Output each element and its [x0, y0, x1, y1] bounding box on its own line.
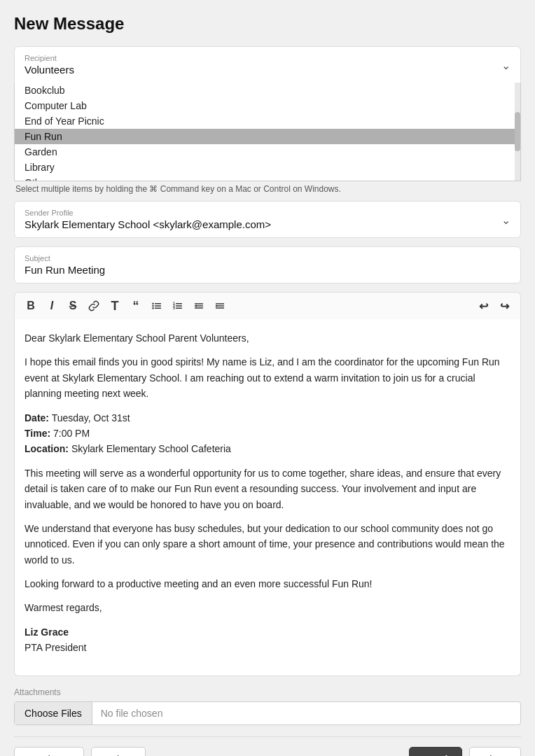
svg-point-3	[152, 303, 153, 304]
list-item[interactable]: Bookclub	[15, 83, 520, 98]
para4: Looking forward to a productive meeting …	[25, 576, 510, 592]
svg-rect-2	[155, 308, 161, 309]
list-item[interactable]: Library	[15, 160, 520, 175]
close-button[interactable]: Close	[469, 747, 521, 756]
greeting: Dear Skylark Elementary School Parent Vo…	[25, 330, 510, 346]
date-value: Tuesday, Oct 31st	[49, 412, 130, 424]
sender-field[interactable]: Sender Profile Skylark Elementary School…	[14, 201, 521, 238]
bold-button[interactable]: B	[22, 297, 40, 315]
recipient-list-wrapper: Bookclub Computer Lab End of Year Picnic…	[14, 83, 521, 181]
sender-value: Skylark Elementary School <skylark@examp…	[25, 218, 510, 230]
svg-rect-6	[176, 303, 182, 304]
event-details: Date: Tuesday, Oct 31st Time: 7:00 PM Lo…	[25, 410, 510, 457]
svg-point-5	[152, 307, 153, 309]
svg-rect-8	[176, 308, 182, 309]
attachments-section: Attachments Choose Files No file chosen	[14, 687, 521, 725]
signature-name: Liz Grace	[25, 626, 69, 638]
ordered-list-button[interactable]: 1 2 3	[169, 297, 187, 315]
date-label: Date:	[25, 412, 49, 424]
subject-field[interactable]: Subject Fun Run Meeting	[14, 246, 521, 284]
attachments-label: Attachments	[14, 687, 521, 697]
subject-label: Subject	[25, 254, 510, 262]
svg-rect-1	[155, 305, 161, 307]
page-title: New Message	[14, 14, 521, 34]
scrollbar-thumb[interactable]	[515, 112, 520, 151]
choose-files-button[interactable]: Choose Files	[15, 702, 92, 724]
undo-button[interactable]: ↩	[474, 297, 492, 315]
para3: We understand that everyone has busy sch…	[25, 521, 510, 568]
list-item-fun-run[interactable]: Fun Run	[15, 129, 520, 144]
list-item[interactable]: Other	[15, 175, 520, 181]
location-label: Location:	[25, 443, 69, 454]
time-value: 7:00 PM	[50, 428, 90, 439]
quote-button[interactable]: “	[127, 297, 145, 315]
location-value: Skylark Elementary School Cafeteria	[69, 443, 231, 454]
font-size-button[interactable]: T	[106, 297, 124, 315]
file-input-row: Choose Files No file chosen	[14, 701, 521, 725]
editor-body[interactable]: Dear Skylark Elementary School Parent Vo…	[14, 319, 521, 676]
send-test-button[interactable]: Send Test	[14, 747, 84, 756]
editor-toolbar: B I S T “ 1	[14, 292, 521, 319]
list-item[interactable]: Computer Lab	[15, 98, 520, 113]
list-item[interactable]: End of Year Picnic	[15, 113, 520, 129]
closing: Warmest regards,	[25, 600, 510, 615]
recipient-label: Recipient	[25, 54, 510, 62]
recipient-field[interactable]: Recipient Volunteers ⌄	[14, 46, 521, 83]
send-button[interactable]: Send	[409, 747, 462, 756]
scrollbar-track[interactable]	[515, 83, 520, 181]
indent-less-button[interactable]	[190, 297, 208, 315]
recipient-dropdown-arrow[interactable]: ⌄	[501, 58, 510, 71]
svg-rect-7	[176, 305, 182, 307]
svg-point-4	[152, 305, 153, 307]
sender-dropdown-arrow[interactable]: ⌄	[501, 213, 510, 226]
recipient-hint: Select multiple items by holding the ⌘ C…	[14, 184, 521, 194]
bullet-list-button[interactable]	[148, 297, 166, 315]
para1: I hope this email finds you in good spir…	[25, 354, 510, 401]
footer-bar: Send Test Delete Send Close	[14, 736, 521, 756]
signature-title: PTA President	[25, 642, 86, 653]
svg-rect-0	[155, 303, 161, 304]
subject-value: Fun Run Meeting	[25, 264, 510, 276]
signature: Liz Grace PTA President	[25, 624, 510, 656]
footer-left: Send Test Delete	[14, 747, 146, 756]
strikethrough-button[interactable]: S	[64, 297, 82, 315]
para2: This meeting will serve as a wonderful o…	[25, 465, 510, 512]
sender-label: Sender Profile	[25, 209, 510, 217]
footer-right: Send Close	[409, 747, 521, 756]
recipient-list[interactable]: Bookclub Computer Lab End of Year Picnic…	[15, 83, 520, 181]
list-item[interactable]: Garden	[15, 144, 520, 160]
indent-more-button[interactable]	[211, 297, 229, 315]
svg-text:3: 3	[173, 306, 175, 310]
delete-button[interactable]: Delete	[91, 747, 146, 756]
link-button[interactable]	[85, 297, 103, 315]
italic-button[interactable]: I	[43, 297, 61, 315]
recipient-value: Volunteers	[25, 64, 510, 76]
redo-button[interactable]: ↪	[495, 297, 513, 315]
time-label: Time:	[25, 428, 50, 439]
no-file-label: No file chosen	[92, 702, 520, 724]
